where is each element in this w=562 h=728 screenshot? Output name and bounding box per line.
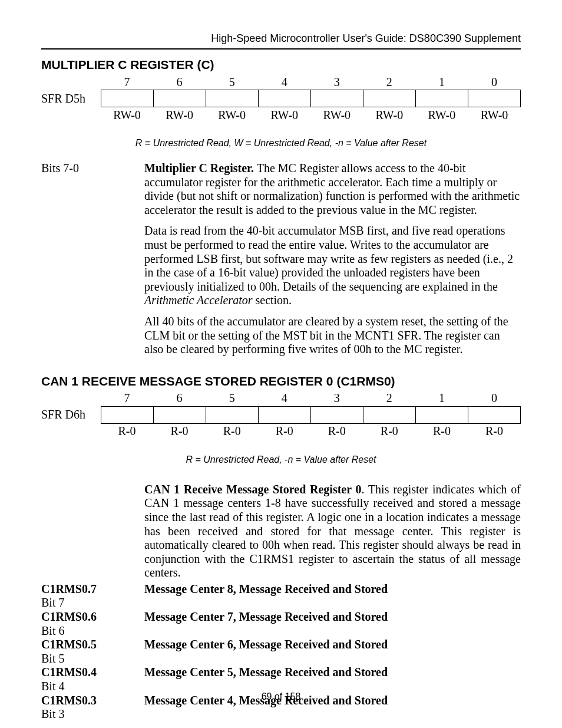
bit-field-name: C1RMS0.4 (41, 666, 97, 678)
bit-num: 5 (206, 391, 258, 407)
bit-cell (153, 406, 206, 423)
bit-num: 2 (363, 74, 415, 90)
bit-num: 4 (258, 391, 310, 407)
bits-label: Bits 7-0 (41, 162, 144, 364)
desc-para: All 40 bits of the accumulator are clear… (144, 315, 521, 357)
bit-cell (101, 90, 153, 107)
bit-number-row: 7 6 5 4 3 2 1 0 (41, 74, 521, 90)
bit-access: RW-0 (153, 107, 206, 123)
bit-num: 6 (153, 74, 206, 90)
bit-access: R-0 (310, 423, 363, 439)
bit-cell (258, 90, 310, 107)
bit-cell (258, 406, 310, 423)
bit-field-bitnum: Bit 6 (41, 624, 64, 637)
running-header: High-Speed Microcontroller User's Guide:… (41, 32, 521, 50)
bit-access: R-0 (153, 423, 206, 439)
bit-access: RW-0 (415, 107, 468, 123)
bit-field-desc: Message Center 5, Message Received and S… (144, 666, 521, 680)
bit-cell (153, 90, 206, 107)
bit-field-label: C1RMS0.7 Bit 7 (41, 582, 144, 610)
desc-text: . This register indicates which of CAN 1… (144, 483, 521, 579)
bit-field-desc: Message Center 8, Message Received and S… (144, 582, 521, 597)
bit-cell-row: SFR D6h (41, 406, 521, 423)
bit-cell (206, 406, 258, 423)
bit-cell (363, 406, 415, 423)
bit-access-row: R-0 R-0 R-0 R-0 R-0 R-0 R-0 R-0 (41, 423, 521, 439)
bit-num: 0 (468, 391, 520, 407)
bit-field-label: C1RMS0.4 Bit 4 (41, 666, 144, 693)
bit-access: RW-0 (101, 107, 153, 123)
desc-text: section. (252, 294, 292, 307)
bit-cell-row: SFR D5h (41, 90, 521, 107)
register-legend-mc: R = Unrestricted Read, W = Unrestricted … (41, 138, 521, 149)
bit-field-bitnum: Bit 3 (41, 707, 64, 720)
bit-num: 0 (468, 74, 520, 90)
register-legend-c1rms0: R = Unrestricted Read, -n = Value after … (41, 454, 521, 465)
bit-num: 2 (363, 391, 415, 407)
bit-field-bitnum: Bit 4 (41, 680, 64, 693)
bit-access: RW-0 (258, 107, 310, 123)
page-root: High-Speed Microcontroller User's Guide:… (0, 0, 562, 728)
bit-num: 3 (310, 391, 363, 407)
desc-bold: CAN 1 Receive Message Stored Register 0 (144, 483, 362, 496)
description-mc: Bits 7-0 Multiplier C Register. The MC R… (41, 162, 521, 364)
bit-access: RW-0 (468, 107, 520, 123)
bit-access: RW-0 (363, 107, 415, 123)
desc-text: Data is read from the 40-bit accumulator… (144, 224, 513, 292)
bit-field-name: C1RMS0.6 (41, 610, 97, 623)
bit-access: R-0 (415, 423, 468, 439)
description-c1rms0: CAN 1 Receive Message Stored Register 0.… (41, 483, 521, 722)
bit-field-bitnum: Bit 7 (41, 596, 64, 609)
bit-cell (363, 90, 415, 107)
desc-para: Multiplier C Register. The MC Register a… (144, 162, 521, 217)
bit-field-desc: Message Center 6, Message Received and S… (144, 638, 521, 652)
bit-cell (415, 90, 468, 107)
bit-num: 7 (101, 74, 153, 90)
bit-access: RW-0 (206, 107, 258, 123)
bit-access-row: RW-0 RW-0 RW-0 RW-0 RW-0 RW-0 RW-0 RW-0 (41, 107, 521, 123)
bit-num: 7 (101, 391, 153, 407)
bit-num: 6 (153, 391, 206, 407)
register-table-c1rms0: 7 6 5 4 3 2 1 0 SFR D6h (41, 391, 521, 439)
bit-number-row: 7 6 5 4 3 2 1 0 (41, 391, 521, 407)
bit-num: 1 (415, 391, 468, 407)
desc-para: CAN 1 Receive Message Stored Register 0.… (144, 483, 521, 580)
bit-field-label: C1RMS0.5 Bit 5 (41, 638, 144, 666)
sfr-label: SFR D5h (41, 90, 101, 107)
bit-field-name: C1RMS0.7 (41, 582, 97, 595)
section-heading-mc: MULTIPLIER C REGISTER (C) (41, 58, 521, 72)
bit-access: R-0 (206, 423, 258, 439)
register-table-mc: 7 6 5 4 3 2 1 0 SFR D5h (41, 74, 521, 123)
bit-access: R-0 (363, 423, 415, 439)
sfr-label: SFR D6h (41, 406, 101, 423)
bit-field-bitnum: Bit 5 (41, 652, 64, 665)
desc-italic: Arithmetic Accelerator (144, 294, 252, 307)
section-heading-c1rms0: CAN 1 RECEIVE MESSAGE STORED REGISTER 0 … (41, 374, 521, 388)
bit-cell (310, 90, 363, 107)
bit-access: R-0 (101, 423, 153, 439)
bit-field-name: C1RMS0.5 (41, 638, 97, 651)
bit-access: R-0 (468, 423, 520, 439)
bit-cell (468, 406, 520, 423)
bit-field-label: C1RMS0.6 Bit 6 (41, 610, 144, 638)
bit-cell (415, 406, 468, 423)
desc-para: Data is read from the 40-bit accumulator… (144, 224, 521, 308)
bit-cell (468, 90, 520, 107)
bit-num: 4 (258, 74, 310, 90)
bit-num: 3 (310, 74, 363, 90)
bit-cell (206, 90, 258, 107)
bit-field-desc: Message Center 7, Message Received and S… (144, 610, 521, 624)
bit-access: R-0 (258, 423, 310, 439)
bit-num: 1 (415, 74, 468, 90)
page-number: 69 of 158 (0, 691, 562, 702)
desc-bold: Multiplier C Register. (144, 162, 254, 174)
bit-num: 5 (206, 74, 258, 90)
bit-access: RW-0 (310, 107, 363, 123)
bit-cell (101, 406, 153, 423)
bit-cell (310, 406, 363, 423)
